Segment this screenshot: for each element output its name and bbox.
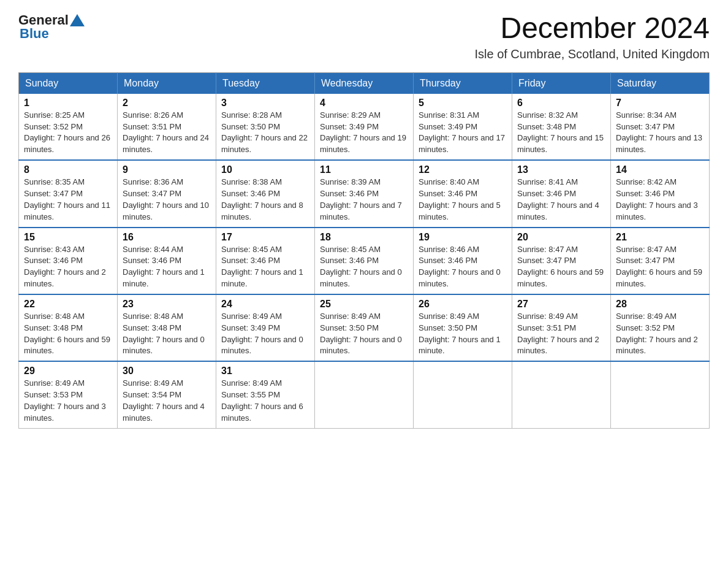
day-number: 1 xyxy=(24,98,112,109)
table-row: 11 Sunrise: 8:39 AM Sunset: 3:46 PM Dayl… xyxy=(315,160,414,227)
calendar-week-row: 1 Sunrise: 8:25 AM Sunset: 3:52 PM Dayli… xyxy=(19,94,710,160)
day-number: 4 xyxy=(320,98,408,109)
day-number: 27 xyxy=(517,299,605,310)
table-row: 17 Sunrise: 8:45 AM Sunset: 3:46 PM Dayl… xyxy=(216,228,315,294)
day-info: Sunrise: 8:34 AM Sunset: 3:47 PM Dayligh… xyxy=(616,110,704,156)
day-info: Sunrise: 8:49 AM Sunset: 3:52 PM Dayligh… xyxy=(616,311,704,357)
table-row: 5 Sunrise: 8:31 AM Sunset: 3:49 PM Dayli… xyxy=(414,94,512,160)
day-info: Sunrise: 8:40 AM Sunset: 3:46 PM Dayligh… xyxy=(419,177,507,223)
day-info: Sunrise: 8:39 AM Sunset: 3:46 PM Dayligh… xyxy=(320,177,408,223)
month-title: December 2024 xyxy=(474,12,710,45)
day-info: Sunrise: 8:49 AM Sunset: 3:54 PM Dayligh… xyxy=(123,378,211,424)
day-number: 23 xyxy=(123,299,211,310)
day-number: 9 xyxy=(123,164,211,175)
day-number: 20 xyxy=(517,232,605,243)
day-info: Sunrise: 8:41 AM Sunset: 3:46 PM Dayligh… xyxy=(517,177,605,223)
table-row: 19 Sunrise: 8:46 AM Sunset: 3:46 PM Dayl… xyxy=(414,228,512,294)
table-row: 30 Sunrise: 8:49 AM Sunset: 3:54 PM Dayl… xyxy=(118,361,216,428)
table-row: 1 Sunrise: 8:25 AM Sunset: 3:52 PM Dayli… xyxy=(19,94,118,160)
calendar-week-row: 22 Sunrise: 8:48 AM Sunset: 3:48 PM Dayl… xyxy=(19,294,710,361)
col-monday: Monday xyxy=(118,72,216,94)
day-info: Sunrise: 8:49 AM Sunset: 3:49 PM Dayligh… xyxy=(221,311,309,357)
day-info: Sunrise: 8:35 AM Sunset: 3:47 PM Dayligh… xyxy=(24,177,112,223)
table-row: 3 Sunrise: 8:28 AM Sunset: 3:50 PM Dayli… xyxy=(216,94,315,160)
day-info: Sunrise: 8:43 AM Sunset: 3:46 PM Dayligh… xyxy=(24,244,112,290)
day-info: Sunrise: 8:49 AM Sunset: 3:53 PM Dayligh… xyxy=(24,378,112,424)
table-row: 24 Sunrise: 8:49 AM Sunset: 3:49 PM Dayl… xyxy=(216,294,315,361)
logo-triangle-icon xyxy=(70,14,85,26)
table-row: 14 Sunrise: 8:42 AM Sunset: 3:46 PM Dayl… xyxy=(611,160,710,227)
col-saturday: Saturday xyxy=(611,72,710,94)
day-number: 8 xyxy=(24,164,112,175)
calendar-week-row: 29 Sunrise: 8:49 AM Sunset: 3:53 PM Dayl… xyxy=(19,361,710,428)
location-title: Isle of Cumbrae, Scotland, United Kingdo… xyxy=(474,47,710,61)
day-number: 26 xyxy=(419,299,507,310)
table-row: 18 Sunrise: 8:45 AM Sunset: 3:46 PM Dayl… xyxy=(315,228,414,294)
day-number: 25 xyxy=(320,299,408,310)
col-wednesday: Wednesday xyxy=(315,72,414,94)
day-info: Sunrise: 8:42 AM Sunset: 3:46 PM Dayligh… xyxy=(616,177,704,223)
day-number: 18 xyxy=(320,232,408,243)
day-info: Sunrise: 8:29 AM Sunset: 3:49 PM Dayligh… xyxy=(320,110,408,156)
page-header: General Blue December 2024 Isle of Cumbr… xyxy=(18,12,710,61)
table-row: 25 Sunrise: 8:49 AM Sunset: 3:50 PM Dayl… xyxy=(315,294,414,361)
day-number: 3 xyxy=(221,98,309,109)
day-info: Sunrise: 8:25 AM Sunset: 3:52 PM Dayligh… xyxy=(24,110,112,156)
day-number: 19 xyxy=(419,232,507,243)
col-sunday: Sunday xyxy=(19,72,118,94)
calendar-week-row: 8 Sunrise: 8:35 AM Sunset: 3:47 PM Dayli… xyxy=(19,160,710,227)
day-number: 15 xyxy=(24,232,112,243)
table-row: 9 Sunrise: 8:36 AM Sunset: 3:47 PM Dayli… xyxy=(118,160,216,227)
logo: General Blue xyxy=(18,12,86,42)
day-info: Sunrise: 8:48 AM Sunset: 3:48 PM Dayligh… xyxy=(24,311,112,357)
table-row: 20 Sunrise: 8:47 AM Sunset: 3:47 PM Dayl… xyxy=(512,228,611,294)
table-row: 13 Sunrise: 8:41 AM Sunset: 3:46 PM Dayl… xyxy=(512,160,611,227)
day-number: 22 xyxy=(24,299,112,310)
table-row xyxy=(611,361,710,428)
day-number: 11 xyxy=(320,164,408,175)
day-number: 21 xyxy=(616,232,704,243)
day-number: 12 xyxy=(419,164,507,175)
day-info: Sunrise: 8:49 AM Sunset: 3:55 PM Dayligh… xyxy=(221,378,309,424)
table-row: 28 Sunrise: 8:49 AM Sunset: 3:52 PM Dayl… xyxy=(611,294,710,361)
day-info: Sunrise: 8:49 AM Sunset: 3:50 PM Dayligh… xyxy=(320,311,408,357)
table-row: 21 Sunrise: 8:47 AM Sunset: 3:47 PM Dayl… xyxy=(611,228,710,294)
day-number: 7 xyxy=(616,98,704,109)
day-info: Sunrise: 8:32 AM Sunset: 3:48 PM Dayligh… xyxy=(517,110,605,156)
calendar-header-row: Sunday Monday Tuesday Wednesday Thursday… xyxy=(19,72,710,94)
day-number: 31 xyxy=(221,366,309,377)
day-number: 28 xyxy=(616,299,704,310)
day-info: Sunrise: 8:49 AM Sunset: 3:50 PM Dayligh… xyxy=(419,311,507,357)
day-info: Sunrise: 8:47 AM Sunset: 3:47 PM Dayligh… xyxy=(616,244,704,290)
day-info: Sunrise: 8:48 AM Sunset: 3:48 PM Dayligh… xyxy=(123,311,211,357)
logo-blue-text: Blue xyxy=(18,26,49,42)
table-row: 4 Sunrise: 8:29 AM Sunset: 3:49 PM Dayli… xyxy=(315,94,414,160)
table-row: 27 Sunrise: 8:49 AM Sunset: 3:51 PM Dayl… xyxy=(512,294,611,361)
day-info: Sunrise: 8:47 AM Sunset: 3:47 PM Dayligh… xyxy=(517,244,605,290)
table-row: 7 Sunrise: 8:34 AM Sunset: 3:47 PM Dayli… xyxy=(611,94,710,160)
day-info: Sunrise: 8:26 AM Sunset: 3:51 PM Dayligh… xyxy=(123,110,211,156)
day-info: Sunrise: 8:44 AM Sunset: 3:46 PM Dayligh… xyxy=(123,244,211,290)
table-row: 2 Sunrise: 8:26 AM Sunset: 3:51 PM Dayli… xyxy=(118,94,216,160)
title-area: December 2024 Isle of Cumbrae, Scotland,… xyxy=(474,12,710,61)
day-number: 10 xyxy=(221,164,309,175)
day-number: 17 xyxy=(221,232,309,243)
calendar-table: Sunday Monday Tuesday Wednesday Thursday… xyxy=(18,72,710,429)
table-row xyxy=(414,361,512,428)
day-number: 13 xyxy=(517,164,605,175)
table-row: 10 Sunrise: 8:38 AM Sunset: 3:46 PM Dayl… xyxy=(216,160,315,227)
day-number: 30 xyxy=(123,366,211,377)
day-number: 6 xyxy=(517,98,605,109)
day-number: 29 xyxy=(24,366,112,377)
day-info: Sunrise: 8:36 AM Sunset: 3:47 PM Dayligh… xyxy=(123,177,211,223)
table-row: 6 Sunrise: 8:32 AM Sunset: 3:48 PM Dayli… xyxy=(512,94,611,160)
table-row xyxy=(315,361,414,428)
day-info: Sunrise: 8:45 AM Sunset: 3:46 PM Dayligh… xyxy=(320,244,408,290)
day-info: Sunrise: 8:49 AM Sunset: 3:51 PM Dayligh… xyxy=(517,311,605,357)
day-info: Sunrise: 8:46 AM Sunset: 3:46 PM Dayligh… xyxy=(419,244,507,290)
day-info: Sunrise: 8:31 AM Sunset: 3:49 PM Dayligh… xyxy=(419,110,507,156)
day-number: 16 xyxy=(123,232,211,243)
day-number: 24 xyxy=(221,299,309,310)
table-row: 31 Sunrise: 8:49 AM Sunset: 3:55 PM Dayl… xyxy=(216,361,315,428)
col-tuesday: Tuesday xyxy=(216,72,315,94)
